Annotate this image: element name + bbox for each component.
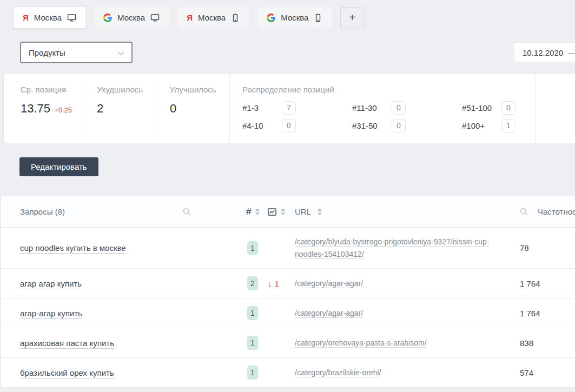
improved-label: Улучшилось — [170, 85, 229, 94]
position-distribution: Распределение позиций #1-3 7 #4-10 0 #11… — [229, 74, 535, 143]
position-badge: 2 — [247, 276, 258, 290]
position-header-label: # — [246, 207, 251, 217]
frequency-value: 574 — [506, 368, 575, 377]
group-select-value: Продукты — [29, 48, 65, 57]
table-row: бразильский орех купить 1 /category/braz… — [1, 358, 575, 388]
bucket-label: #100+ — [462, 121, 501, 130]
tab-label: Москва — [117, 13, 145, 22]
bucket-label: #1-3 — [242, 103, 282, 112]
mobile-icon — [231, 14, 240, 22]
tab-label: Москва — [281, 13, 308, 22]
tab-google-moscow-mobile[interactable]: Москва — [257, 7, 332, 28]
sort-url-control[interactable] — [318, 208, 322, 215]
query-link[interactable]: арахисовая паста купить — [20, 338, 114, 348]
google-icon — [267, 14, 275, 22]
position-badge: 1 — [247, 306, 258, 320]
tab-google-moscow-desktop[interactable]: Москва — [94, 7, 169, 28]
yandex-icon: Я — [187, 13, 193, 22]
distribution-bucket: #31-50 0 — [352, 119, 425, 132]
edit-button[interactable]: Редактировать — [19, 157, 98, 176]
avg-position-value: 13.75 — [21, 102, 50, 116]
date-from: 10.12.2020 — [523, 48, 563, 57]
frequency-value: 78 — [506, 243, 575, 253]
frequency-value: 838 — [506, 338, 575, 348]
position-change: ↓ 1 — [262, 279, 295, 288]
query-link[interactable]: агар-агар купить — [20, 309, 82, 318]
query-link[interactable]: бразильский орех купить — [20, 368, 114, 377]
worsened-stat: Ухудшилось 2 — [83, 74, 156, 143]
dynamics-chart-icon — [268, 208, 276, 216]
worsened-value: 2 — [97, 102, 103, 116]
frequency-value: 1 764 — [506, 279, 575, 288]
avg-position-label: Ср. позиция — [21, 85, 83, 94]
position-badge: 1 — [247, 336, 258, 350]
sort-dynamics-control[interactable] — [281, 208, 285, 215]
search-icon[interactable] — [183, 208, 191, 216]
query-link[interactable]: агар агар купить — [20, 279, 82, 288]
avg-position-stat: Ср. позиция 13.75 +0.25 — [4, 74, 83, 143]
distribution-bucket: #4-10 0 — [242, 119, 315, 132]
url-link[interactable]: /category/brazilskie-orehi/ — [295, 368, 381, 377]
bucket-count: 0 — [392, 101, 406, 115]
frequency-header-label: Частотность — [538, 207, 575, 216]
summary-empty-area — [535, 74, 575, 143]
mobile-icon — [314, 14, 322, 22]
distribution-bucket: #1-3 7 — [242, 101, 315, 115]
desktop-icon — [150, 14, 160, 22]
tab-label: Москва — [34, 13, 62, 22]
search-icon[interactable] — [520, 208, 528, 216]
position-badge: 1 — [247, 241, 258, 255]
bucket-count: 1 — [501, 119, 515, 132]
table-header: Запросы (8) # URL — [1, 196, 575, 228]
queries-table: Запросы (8) # URL — [0, 196, 575, 388]
url-link[interactable]: /category/blyuda-bystrogo-prigotovleniya… — [295, 237, 490, 258]
searcher-tabs: Я Москва Москва Я Москва — [0, 0, 575, 28]
tab-yandex-moscow-desktop[interactable]: Я Москва — [14, 7, 85, 28]
distribution-title: Распределение позиций — [242, 85, 535, 94]
query-link[interactable]: cup noodles купить в москве — [20, 243, 126, 253]
bucket-count: 0 — [392, 119, 406, 132]
add-tab-button[interactable]: + — [340, 7, 364, 28]
improved-stat: Улучшилось 0 — [156, 74, 229, 143]
bucket-label: #51-100 — [462, 103, 501, 112]
frequency-value: 1 764 — [506, 309, 575, 318]
bucket-count: 0 — [501, 101, 515, 115]
url-header-label: URL — [295, 207, 311, 216]
worsened-label: Ухудшилось — [97, 85, 156, 94]
summary-panel: Ср. позиция 13.75 +0.25 Ухудшилось 2 Улу… — [3, 74, 575, 143]
tab-label: Москва — [198, 13, 226, 22]
position-change-value: 1 — [275, 279, 279, 288]
bucket-label: #31-50 — [352, 121, 392, 130]
distribution-bucket: #11-30 0 — [352, 101, 425, 115]
queries-header-label: Запросы (8) — [20, 207, 65, 216]
position-down-icon: ↓ — [268, 279, 272, 288]
url-link[interactable]: /category/agar-agar/ — [295, 279, 363, 288]
improved-value: 0 — [170, 102, 176, 116]
table-row: арахисовая паста купить 1 /category/oreh… — [1, 328, 575, 358]
url-link[interactable]: /category/agar-agar/ — [295, 309, 363, 317]
desktop-icon — [67, 14, 76, 22]
yandex-icon: Я — [23, 13, 29, 22]
avg-position-delta: +0.25 — [54, 106, 72, 114]
tab-yandex-moscow-mobile[interactable]: Я Москва — [177, 7, 249, 28]
date-range-picker[interactable]: 10.12.2020 — — [514, 43, 575, 62]
google-icon — [103, 14, 112, 22]
bucket-label: #4-10 — [242, 121, 282, 130]
positions-page: Я Москва Москва Я Москва — [0, 0, 575, 392]
sort-position-control[interactable] — [255, 208, 260, 215]
date-separator: — — [568, 48, 575, 57]
table-row: агар агар купить 2 ↓ 1 /category/agar-ag… — [1, 269, 575, 298]
distribution-bucket: #100+ 1 — [462, 119, 535, 132]
distribution-bucket: #51-100 0 — [462, 101, 535, 115]
chevron-down-icon — [117, 48, 124, 57]
table-row: cup noodles купить в москве 1 /category/… — [1, 228, 575, 269]
filter-row: Продукты 10.12.2020 — — [0, 42, 575, 63]
bucket-count: 0 — [282, 119, 296, 132]
position-badge: 1 — [247, 366, 258, 380]
url-link[interactable]: /category/orehovaya-pasta-s-arahisom/ — [295, 338, 427, 347]
group-select[interactable]: Продукты — [20, 42, 133, 63]
bucket-label: #11-30 — [352, 103, 392, 112]
table-row: агар-агар купить 1 /category/agar-agar/ … — [1, 298, 575, 328]
bucket-count: 7 — [282, 101, 296, 115]
